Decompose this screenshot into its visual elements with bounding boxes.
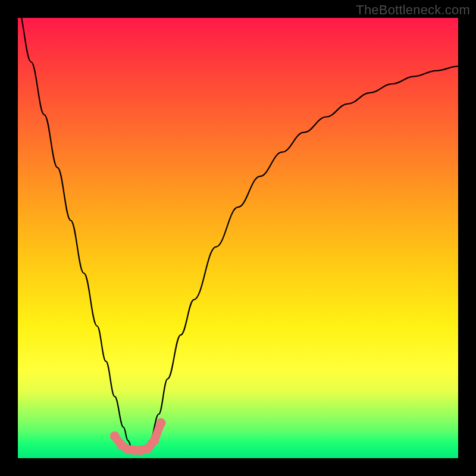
highlight-dot [149,436,159,445]
plot-area [18,18,458,458]
highlight-markers-group [110,418,166,455]
curve-svg [18,18,458,458]
highlight-dot [110,431,120,441]
watermark-text: TheBottleneck.com [356,2,470,18]
bottleneck-curve-path [18,9,458,452]
chart-frame: TheBottleneck.com [0,0,476,476]
highlight-dot [156,418,166,428]
highlight-dot [143,444,152,453]
